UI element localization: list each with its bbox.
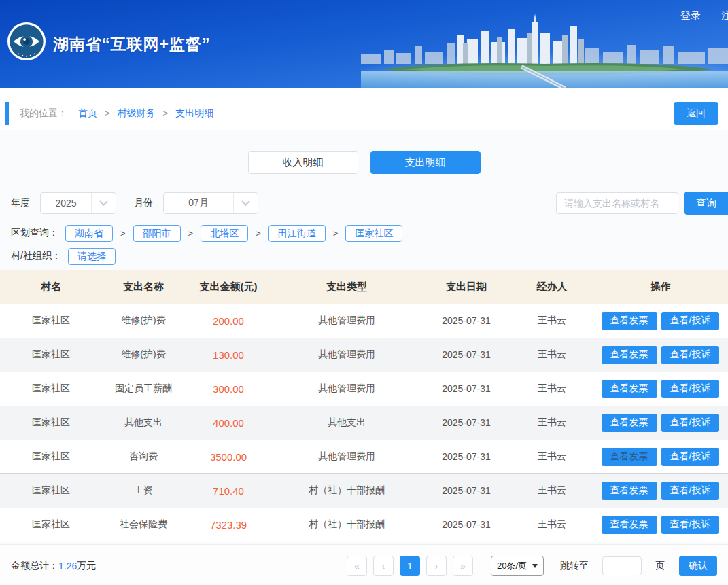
cell-expense-type: 其他管理费用	[272, 450, 421, 463]
search-input[interactable]	[556, 192, 678, 214]
region-community-button[interactable]: 匡家社区	[345, 225, 402, 242]
view-complain-button[interactable]: 查看/投诉	[661, 482, 720, 500]
view-invoice-button[interactable]: 查看发票	[602, 414, 657, 432]
cell-expense-type: 村（社）干部报酬	[272, 484, 421, 497]
page-size-value: 20条/页	[497, 560, 527, 572]
region-separator: >	[333, 228, 339, 238]
view-invoice-button[interactable]: 查看发票	[602, 380, 657, 398]
year-label: 年度	[11, 197, 30, 209]
view-complain-button[interactable]: 查看/投诉	[661, 380, 720, 398]
breadcrumb-separator: >	[105, 108, 110, 118]
pagination-next-button[interactable]: ›	[426, 556, 447, 576]
breadcrumb-home-link[interactable]: 首页	[78, 107, 97, 120]
cell-expense-type: 村（社）干部报酬	[272, 518, 421, 531]
region-city-button[interactable]: 邵阳市	[133, 225, 181, 242]
region-label: 区划查询：	[11, 227, 58, 239]
cell-amount: 400.00	[185, 417, 272, 429]
table-row: 匡家社区 维修(护)费 200.00 其他管理费用 2025-07-31 王书云…	[0, 304, 728, 338]
view-complain-button[interactable]: 查看/投诉	[661, 448, 720, 466]
column-header-date: 支出日期	[421, 281, 511, 294]
breadcrumb-expense-link[interactable]: 支出明细	[175, 107, 213, 120]
cell-handler: 王书云	[511, 484, 593, 497]
cell-handler: 王书云	[511, 416, 593, 429]
main-content: 收入明细 支出明细 年度 2025 月份 07月 查询 区划查询： 湖南省 > …	[0, 130, 728, 585]
region-separator: >	[256, 228, 261, 238]
month-select[interactable]: 07月	[163, 192, 258, 214]
cell-expense-name: 维修(护)费	[102, 349, 185, 361]
login-link[interactable]: 登录	[680, 10, 701, 21]
cell-date: 2025-07-31	[421, 451, 511, 462]
view-invoice-button[interactable]: 查看发票	[602, 448, 657, 466]
cell-amount: 300.00	[185, 383, 272, 395]
confirm-button[interactable]: 确认	[679, 556, 717, 576]
tab-expense-detail[interactable]: 支出明细	[370, 151, 481, 174]
view-invoice-button[interactable]: 查看发票	[602, 516, 657, 534]
org-select-button[interactable]: 请选择	[68, 248, 116, 265]
breadcrumb-accent-bar	[5, 102, 9, 125]
cell-expense-name: 工资	[102, 484, 185, 497]
cell-expense-type: 其他管理费用	[272, 349, 421, 361]
view-invoice-button[interactable]: 查看发票	[602, 346, 657, 364]
cell-amount: 200.00	[185, 315, 272, 327]
pagination-prev-button[interactable]: ‹	[373, 556, 394, 576]
cell-actions: 查看发票 查看/投诉	[593, 346, 728, 364]
cell-handler: 王书云	[511, 315, 593, 327]
month-label: 月份	[134, 197, 153, 209]
region-province-button[interactable]: 湖南省	[65, 225, 113, 242]
pagination: « ‹ 1 › » 20条/页 跳转至 页 确认	[347, 556, 717, 576]
cell-village: 匡家社区	[0, 315, 102, 327]
total-value: 1.26	[58, 561, 77, 571]
year-select[interactable]: 2025	[40, 192, 116, 214]
cell-expense-name: 咨询费	[102, 450, 185, 463]
city-skyline-image	[361, 12, 728, 88]
pagination-first-button[interactable]: «	[347, 556, 367, 576]
tab-income-detail[interactable]: 收入明细	[248, 151, 358, 174]
region-district-button[interactable]: 北塔区	[201, 225, 248, 242]
breadcrumb-finance-link[interactable]: 村级财务	[118, 107, 156, 120]
chevron-down-icon	[233, 193, 258, 213]
pagination-page-1-button[interactable]: 1	[400, 556, 420, 576]
cell-village: 匡家社区	[0, 416, 102, 429]
cell-actions: 查看发票 查看/投诉	[593, 312, 728, 330]
org-filter-row: 村/社组织： 请选择	[0, 245, 728, 268]
cell-village: 匡家社区	[0, 349, 102, 361]
org-label: 村/社组织：	[11, 250, 61, 262]
query-button[interactable]: 查询	[684, 192, 728, 215]
cell-amount: 130.00	[185, 349, 272, 361]
table-body: 匡家社区 维修(护)费 200.00 其他管理费用 2025-07-31 王书云…	[0, 304, 728, 542]
view-invoice-button[interactable]: 查看发票	[602, 312, 657, 330]
view-invoice-button[interactable]: 查看发票	[602, 482, 657, 500]
filter-row: 年度 2025 月份 07月 查询	[0, 192, 728, 221]
region-separator: >	[120, 228, 126, 238]
view-complain-button[interactable]: 查看/投诉	[661, 414, 720, 432]
cell-actions: 查看发票 查看/投诉	[593, 414, 728, 432]
column-header-handler: 经办人	[511, 281, 593, 294]
region-street-button[interactable]: 田江街道	[268, 225, 326, 242]
register-link[interactable]: 注册	[721, 10, 728, 21]
page-size-select[interactable]: 20条/页	[491, 556, 544, 576]
cell-amount: 710.40	[185, 485, 272, 497]
back-button[interactable]: 返回	[674, 102, 718, 125]
view-complain-button[interactable]: 查看/投诉	[661, 346, 720, 364]
cell-village: 匡家社区	[0, 450, 102, 463]
cell-expense-name: 其他支出	[102, 416, 185, 429]
detail-tabs: 收入明细 支出明细	[0, 130, 728, 192]
region-filter-row: 区划查询： 湖南省 > 邵阳市 > 北塔区 > 田江街道 > 匡家社区	[0, 221, 728, 245]
cell-actions: 查看发票 查看/投诉	[593, 448, 728, 466]
breadcrumb-separator: >	[163, 108, 169, 118]
page-unit-label: 页	[655, 560, 665, 572]
table-row: 匡家社区 工资 710.40 村（社）干部报酬 2025-07-31 王书云 查…	[0, 474, 728, 508]
select-arrow-icon	[532, 564, 538, 568]
view-complain-button[interactable]: 查看/投诉	[661, 312, 720, 330]
site-header: 湖南省“互联网+监督” 登录 注册	[0, 0, 728, 88]
column-header-actions: 操作	[593, 281, 728, 294]
pagination-last-button[interactable]: »	[453, 556, 473, 576]
cell-date: 2025-07-31	[421, 383, 511, 394]
column-header-type: 支出类型	[272, 281, 421, 294]
view-complain-button[interactable]: 查看/投诉	[661, 516, 720, 534]
cell-date: 2025-07-31	[421, 315, 511, 326]
cell-actions: 查看发票 查看/投诉	[593, 380, 728, 398]
jump-page-input[interactable]	[602, 556, 642, 575]
table-row: 匡家社区 社会保险费 7323.39 村（社）干部报酬 2025-07-31 王…	[0, 508, 728, 542]
total-label: 金额总计：	[11, 560, 58, 572]
